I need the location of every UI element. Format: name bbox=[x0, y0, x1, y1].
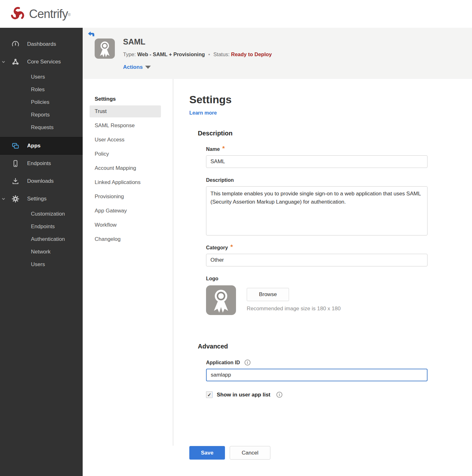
subnav-item-linked-applications[interactable]: Linked Applications bbox=[90, 176, 161, 188]
required-marker: * bbox=[230, 245, 233, 248]
subnav-item-app-gateway[interactable]: App Gateway bbox=[90, 205, 161, 217]
brand-name: Centrify bbox=[29, 7, 68, 21]
subnav-item-saml-response[interactable]: SAML Response bbox=[90, 120, 161, 132]
sidebar-item-reports[interactable]: Reports bbox=[0, 109, 83, 121]
apps-icon bbox=[11, 142, 20, 150]
sidebar-subitem-label: Customization bbox=[31, 211, 65, 217]
gear-icon bbox=[11, 195, 20, 203]
info-icon[interactable] bbox=[245, 360, 251, 366]
sidebar-subitem-label: Endpoints bbox=[31, 223, 55, 230]
sidebar-item-requests[interactable]: Requests bbox=[0, 121, 83, 134]
page-title: Settings bbox=[189, 93, 472, 106]
actions-menu-button[interactable]: Actions bbox=[123, 64, 151, 70]
status-badge: Ready to Deploy bbox=[231, 51, 272, 57]
content-area: Settings Trust SAML Response User Access… bbox=[83, 79, 472, 460]
type-value: Web - SAML + Provisioning bbox=[137, 51, 205, 57]
sidebar-subitem-label: Reports bbox=[31, 112, 50, 118]
sidebar-subitem-label: Requests bbox=[31, 124, 54, 131]
description-label-text: Description bbox=[206, 177, 234, 183]
settings-subnav: Settings Trust SAML Response User Access… bbox=[83, 79, 173, 446]
sidebar-item-customization[interactable]: Customization bbox=[0, 208, 83, 220]
sidebar-item-policies[interactable]: Policies bbox=[0, 96, 83, 109]
brand-trademark: ® bbox=[68, 13, 71, 17]
show-in-user-app-list-label: Show in user app list bbox=[217, 392, 270, 398]
actions-label: Actions bbox=[123, 64, 143, 70]
description-section-heading: Description bbox=[198, 130, 472, 137]
sidebar-item-label: Downloads bbox=[27, 178, 54, 184]
gauge-icon bbox=[11, 40, 20, 48]
subnav-item-user-access[interactable]: User Access bbox=[90, 134, 161, 146]
learn-more-link[interactable]: Learn more bbox=[189, 110, 217, 116]
sidebar-item-users-settings[interactable]: Users bbox=[0, 258, 83, 271]
description-textarea[interactable]: This template enables you to provide sin… bbox=[206, 186, 428, 235]
sidebar-item-label: Endpoints bbox=[27, 160, 51, 167]
award-ribbon-icon bbox=[95, 39, 115, 59]
app-title: SAML bbox=[123, 37, 145, 46]
sidebar-item-core-services[interactable]: Core Services bbox=[0, 53, 83, 71]
application-id-label: Application ID bbox=[206, 360, 472, 366]
sidebar-item-roles[interactable]: Roles bbox=[0, 83, 83, 96]
sidebar-item-apps[interactable]: Apps bbox=[0, 137, 83, 155]
app-meta: Type: Web - SAML + Provisioning • Status… bbox=[123, 51, 272, 57]
sidebar-item-network[interactable]: Network bbox=[0, 246, 83, 258]
sidebar-item-settings[interactable]: Settings bbox=[0, 190, 83, 208]
sidebar-item-label: Core Services bbox=[27, 59, 61, 65]
mobile-icon bbox=[11, 159, 20, 168]
application-id-label-text: Application ID bbox=[206, 360, 240, 366]
download-icon bbox=[11, 177, 20, 185]
cancel-button[interactable]: Cancel bbox=[230, 446, 270, 460]
name-label: Name * bbox=[206, 146, 472, 152]
sidebar-subitem-label: Users bbox=[31, 74, 45, 80]
sidebar-item-authentication[interactable]: Authentication bbox=[0, 233, 83, 246]
logo-label: Logo bbox=[206, 276, 472, 282]
type-label: Type: bbox=[123, 51, 136, 57]
browse-button[interactable]: Browse bbox=[247, 288, 289, 301]
settings-form: Settings Learn more Description Name * D… bbox=[173, 79, 472, 460]
back-arrow-icon[interactable] bbox=[87, 30, 95, 39]
app-logo bbox=[95, 39, 115, 59]
subnav-item-workflow[interactable]: Workflow bbox=[90, 219, 161, 231]
subnav-item-changelog[interactable]: Changelog bbox=[90, 233, 161, 245]
name-label-text: Name bbox=[206, 146, 220, 152]
logo-preview bbox=[206, 285, 236, 315]
sidebar-subitem-label: Users bbox=[31, 261, 45, 268]
category-label: Category * bbox=[206, 245, 472, 251]
logo-label-text: Logo bbox=[206, 276, 218, 282]
sidebar-subitem-label: Roles bbox=[31, 86, 44, 93]
subnav-item-provisioning[interactable]: Provisioning bbox=[90, 191, 161, 203]
subnav-item-trust[interactable]: Trust bbox=[90, 105, 161, 117]
subnav-heading: Settings bbox=[90, 93, 173, 105]
name-input[interactable] bbox=[206, 155, 428, 168]
sidebar-item-downloads[interactable]: Downloads bbox=[0, 172, 83, 190]
centrify-swirl-icon bbox=[9, 6, 26, 22]
category-label-text: Category bbox=[206, 245, 228, 251]
sidebar-subitem-label: Network bbox=[31, 249, 50, 255]
subnav-item-account-mapping[interactable]: Account Mapping bbox=[90, 162, 161, 174]
chevron-down-icon bbox=[1, 60, 6, 64]
brand-logo: Centrify® bbox=[9, 6, 71, 22]
sidebar-item-endpoints[interactable]: Endpoints bbox=[0, 155, 83, 172]
sidebar-item-label: Settings bbox=[27, 196, 46, 202]
top-bar: Centrify® bbox=[0, 0, 472, 28]
sidebar-item-dashboards[interactable]: Dashboards bbox=[0, 35, 83, 53]
app-header: SAML Type: Web - SAML + Provisioning • S… bbox=[83, 28, 472, 79]
show-in-user-app-list-checkbox[interactable] bbox=[206, 391, 213, 398]
logo-size-hint: Recommended image size is 180 x 180 bbox=[247, 306, 341, 312]
category-input[interactable] bbox=[206, 254, 428, 266]
sidebar-subitem-label: Policies bbox=[31, 99, 50, 105]
chevron-down-icon bbox=[1, 197, 6, 201]
info-icon[interactable] bbox=[276, 392, 282, 398]
sidebar-subitem-label: Authentication bbox=[31, 236, 65, 242]
status-label: Status: bbox=[213, 51, 229, 57]
sidebar-item-label: Apps bbox=[27, 143, 41, 149]
award-ribbon-icon bbox=[206, 285, 236, 315]
meta-separator: • bbox=[206, 51, 212, 57]
sidebar-item-endpoints-settings[interactable]: Endpoints bbox=[0, 220, 83, 233]
sidebar-item-users[interactable]: Users bbox=[0, 71, 83, 83]
application-id-input[interactable] bbox=[206, 369, 428, 381]
subnav-item-policy[interactable]: Policy bbox=[90, 148, 161, 160]
required-marker: * bbox=[222, 147, 225, 150]
description-label: Description bbox=[206, 177, 472, 183]
caret-down-icon bbox=[145, 66, 151, 69]
save-button[interactable]: Save bbox=[189, 446, 225, 460]
